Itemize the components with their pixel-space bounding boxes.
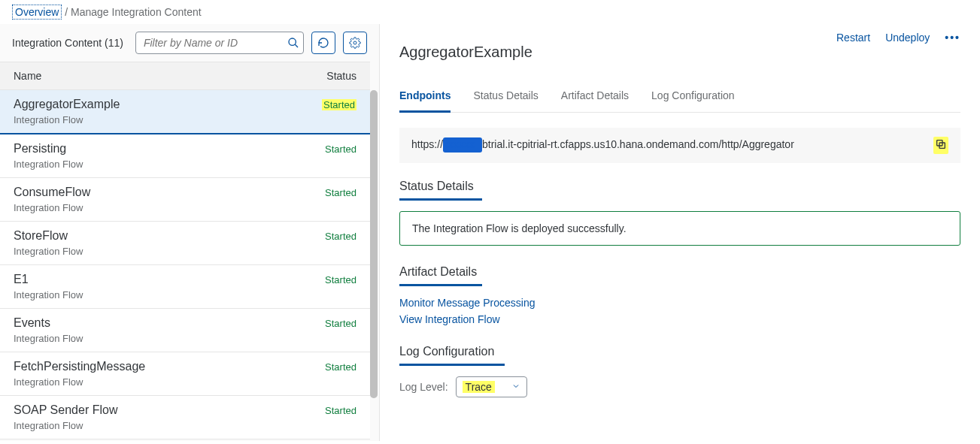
detail-title: AggregatorExample <box>399 32 532 61</box>
tab-endpoints[interactable]: Endpoints <box>399 83 451 113</box>
tab-log-configuration[interactable]: Log Configuration <box>651 83 735 112</box>
scrollbar-thumb[interactable] <box>370 90 378 398</box>
endpoint-url: https://xxxxxxbtrial.it-cpitrial-rt.cfap… <box>411 137 794 153</box>
row-type: Integration Flow <box>14 114 357 125</box>
row-name: Persisting <box>14 142 66 156</box>
row-name: ConsumeFlow <box>14 186 90 199</box>
row-status: Started <box>325 361 357 373</box>
list-toolbar: Integration Content (11) <box>0 24 379 62</box>
log-level-select[interactable]: Trace <box>456 376 527 397</box>
tab-status-details[interactable]: Status Details <box>473 83 538 112</box>
breadcrumb-current: Manage Integration Content <box>71 6 202 18</box>
section-status-title: Status Details <box>399 180 960 201</box>
list-container: AggregatorExampleStartedIntegration Flow… <box>0 90 379 441</box>
tabs: Endpoints Status Details Artifact Detail… <box>399 83 960 113</box>
row-name: SOAP Sender Flow <box>14 403 117 417</box>
row-status: Started <box>322 99 357 110</box>
more-actions-icon[interactable]: ••• <box>945 32 960 44</box>
row-name: E1 <box>14 273 29 286</box>
refresh-button[interactable] <box>311 32 335 54</box>
row-status: Started <box>325 143 357 155</box>
table-row[interactable]: PersistingStartedIntegration Flow <box>0 134 370 178</box>
undeploy-button[interactable]: Undeploy <box>885 32 930 44</box>
table-row[interactable]: StoreFlowStartedIntegration Flow <box>0 222 370 265</box>
table-row[interactable]: SOAP Sender FlowStartedIntegration Flow <box>0 396 370 439</box>
endpoint-box: https://xxxxxxbtrial.it-cpitrial-rt.cfap… <box>399 128 960 163</box>
breadcrumb-link-overview[interactable]: Overview <box>12 5 62 20</box>
row-status: Started <box>325 405 357 416</box>
search-box[interactable] <box>135 32 304 54</box>
row-status: Started <box>325 231 357 242</box>
section-artifact-title: Artifact Details <box>399 265 960 286</box>
row-name: AggregatorExample <box>14 98 120 111</box>
row-type: Integration Flow <box>14 159 357 170</box>
link-monitor-message[interactable]: Monitor Message Processing <box>399 297 960 309</box>
row-type: Integration Flow <box>14 289 357 301</box>
table-row[interactable]: EventsStartedIntegration Flow <box>0 309 370 352</box>
detail-panel: AggregatorExample Restart Undeploy ••• E… <box>380 24 980 441</box>
settings-button[interactable] <box>343 32 367 54</box>
row-type: Integration Flow <box>14 202 357 213</box>
col-status: Status <box>326 70 357 82</box>
table-row[interactable]: E1StartedIntegration Flow <box>0 265 370 309</box>
table-header: Name Status <box>0 62 370 90</box>
row-type: Integration Flow <box>14 420 357 431</box>
row-type: Integration Flow <box>14 333 357 344</box>
row-status: Started <box>325 318 357 329</box>
row-status: Started <box>325 187 357 198</box>
breadcrumb: Overview / Manage Integration Content <box>0 0 980 24</box>
chevron-down-icon <box>511 381 520 393</box>
table-row[interactable]: AggregatorExampleStartedIntegration Flow <box>0 90 370 134</box>
col-name: Name <box>14 70 41 82</box>
left-panel: Integration Content (11) Name Status Agg… <box>0 24 380 441</box>
table-row[interactable]: ConsumeFlowStartedIntegration Flow <box>0 178 370 222</box>
log-level-value: Trace <box>463 381 495 393</box>
svg-line-1 <box>295 44 298 47</box>
link-view-integration-flow[interactable]: View Integration Flow <box>399 313 960 325</box>
table-row[interactable]: FetchPersistingMessageStartedIntegration… <box>0 352 370 396</box>
row-name: FetchPersistingMessage <box>14 360 145 373</box>
copy-endpoint-button[interactable] <box>933 137 948 154</box>
row-type: Integration Flow <box>14 246 357 257</box>
row-name: Events <box>14 316 50 330</box>
log-level-label: Log Level: <box>399 381 448 393</box>
svg-point-0 <box>289 38 296 45</box>
status-message: The Integration Flow is deployed success… <box>399 211 960 246</box>
search-icon[interactable] <box>284 37 303 49</box>
list-title: Integration Content (11) <box>12 37 123 49</box>
svg-point-2 <box>353 41 357 44</box>
restart-button[interactable]: Restart <box>836 32 870 44</box>
redacted-segment: xxxxxx <box>443 137 482 153</box>
section-log-title: Log Configuration <box>399 345 960 366</box>
row-type: Integration Flow <box>14 376 357 388</box>
search-input[interactable] <box>136 32 284 53</box>
row-status: Started <box>325 274 357 285</box>
tab-artifact-details[interactable]: Artifact Details <box>561 83 629 112</box>
row-name: StoreFlow <box>14 229 68 243</box>
